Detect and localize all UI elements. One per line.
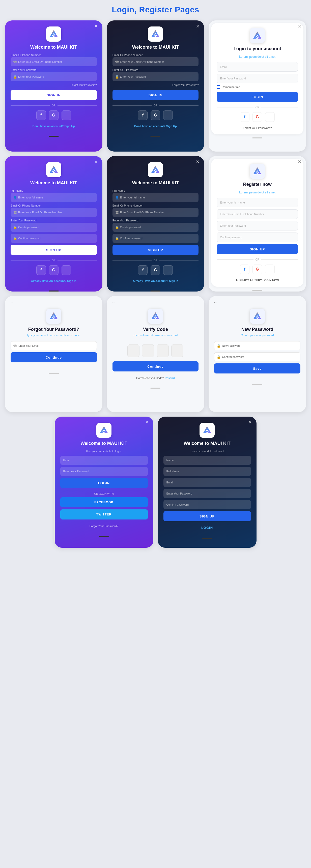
fullname-input[interactable]: Enter your full name (217, 198, 298, 207)
phone-icon: ☎ (13, 211, 17, 214)
lock-icon: 🔒 (13, 75, 17, 79)
sign-up-link[interactable]: Sign Up (64, 125, 75, 128)
sign-up-button[interactable]: SIGN UP (113, 245, 199, 255)
google-icon[interactable]: G (151, 111, 160, 120)
facebook-icon[interactable]: f (240, 112, 249, 122)
apple-icon[interactable] (62, 265, 71, 275)
email-input[interactable]: Enter Your Email Or Phone Number (10, 57, 97, 66)
facebook-icon[interactable]: f (138, 111, 148, 120)
forgot-link[interactable]: Forgot Your Password? (243, 126, 272, 129)
bottom-bar (49, 373, 59, 374)
close-icon[interactable]: ✕ (298, 160, 302, 164)
confirm-input[interactable]: Confirm password (163, 500, 251, 509)
sign-up-button[interactable]: SIGN UP (163, 511, 251, 521)
or-divider: OR (217, 258, 298, 261)
password-label: Enter Your Password (113, 219, 199, 222)
register-white-card: ✕ Register now Lorem ipsum dolot sit ame… (209, 156, 306, 291)
confirm-input[interactable]: Confirm password (113, 234, 199, 243)
password-input[interactable]: Enter Your Password (217, 221, 298, 230)
close-icon[interactable]: ✕ (94, 24, 98, 29)
close-icon[interactable]: ✕ (196, 160, 199, 164)
bottom-bar (99, 536, 109, 537)
app-logo (148, 309, 163, 324)
forgot-password-link[interactable]: Forgot Your Password? (10, 84, 97, 87)
sign-in-link[interactable]: Sign In (169, 279, 178, 282)
login-link-button[interactable]: LOGIN (201, 526, 213, 530)
apple-icon[interactable] (163, 111, 173, 120)
password-input[interactable]: Enter Your Password (113, 72, 199, 81)
bottom-link: Don't have an account? Sign Up (134, 125, 177, 128)
facebook-button[interactable]: FACEBOOK (60, 497, 148, 507)
verify-box-3[interactable] (157, 344, 169, 357)
fullname-input[interactable]: Full Name (163, 467, 251, 476)
password-input[interactable]: Enter Your Password (163, 489, 251, 498)
email-input[interactable]: Enter Your Email Or Phone Number (113, 57, 199, 66)
confirm-password-input[interactable]: Confirm password (214, 352, 301, 361)
password-input[interactable]: Enter Your Password (217, 74, 298, 83)
continue-button[interactable]: Continue (10, 352, 97, 362)
verify-box-2[interactable] (142, 344, 154, 357)
google-icon[interactable]: G (49, 111, 59, 120)
google-icon[interactable]: G (252, 112, 262, 122)
back-arrow-icon[interactable]: ← (213, 300, 218, 305)
google-icon[interactable]: G (252, 265, 262, 274)
close-icon[interactable]: ✕ (145, 420, 149, 425)
password-input[interactable]: Enter Your Password (60, 467, 148, 476)
continue-button[interactable]: Continue (113, 361, 199, 371)
login-button[interactable]: LOGIN (217, 92, 298, 102)
resend-link[interactable]: Resend (165, 376, 175, 379)
facebook-icon[interactable]: f (36, 111, 46, 120)
remember-checkbox[interactable] (217, 85, 220, 89)
google-icon[interactable]: G (49, 265, 59, 275)
forgot-password-link[interactable]: Forgot Your Password? (113, 84, 199, 87)
email-input[interactable]: Enter Your Email (10, 341, 97, 350)
fullname-field-group: Full Name 👤 Enter your full name (10, 189, 97, 202)
google-icon[interactable]: G (151, 265, 160, 275)
sign-in-link[interactable]: Sign In (67, 279, 76, 282)
email-input[interactable]: Enter Your Email Or Phone Number (217, 209, 298, 219)
password-input[interactable]: Enter Your Password (10, 72, 97, 81)
login-button[interactable]: LOGIN (60, 478, 148, 488)
verify-box-1[interactable] (127, 344, 139, 357)
back-arrow-icon[interactable]: ← (9, 300, 14, 305)
apple-icon[interactable] (265, 112, 275, 122)
name-input[interactable]: Name (163, 456, 251, 465)
sign-in-button[interactable]: SIGN IN (113, 90, 199, 100)
confirm-input[interactable]: Confirm password (217, 232, 298, 242)
email-input[interactable]: Enter Your Email Or Phone Number (113, 208, 199, 217)
facebook-icon[interactable]: f (36, 265, 46, 275)
save-button[interactable]: Save (214, 363, 301, 373)
email-input[interactable]: Email (60, 456, 148, 465)
new-password-input[interactable]: New Password (214, 341, 301, 350)
apple-icon[interactable] (265, 265, 275, 274)
app-logo (250, 309, 265, 324)
forgot-password-card: ← Forgot Your Password? Type your email … (5, 296, 102, 412)
back-arrow-icon[interactable]: ← (112, 300, 116, 305)
apple-icon[interactable] (163, 265, 173, 275)
email-label: Email Or Phone Number (10, 204, 97, 207)
close-icon[interactable]: ✕ (248, 420, 252, 425)
twitter-button[interactable]: TWITTER (60, 509, 148, 520)
sign-in-button[interactable]: SIGN IN (10, 90, 97, 100)
apple-icon[interactable] (62, 111, 71, 120)
sign-up-link[interactable]: Sign Up (166, 125, 177, 128)
fullname-input[interactable]: Enter your full name (113, 193, 199, 202)
verify-box-4[interactable] (171, 344, 183, 357)
already-user-link[interactable]: ALREADY A USER? LOGIN NOW (236, 279, 279, 282)
close-icon[interactable]: ✕ (196, 24, 199, 29)
email-input[interactable]: Email (217, 62, 298, 72)
sign-up-button[interactable]: SIGN UP (217, 244, 298, 254)
close-icon[interactable]: ✕ (298, 24, 302, 29)
password-input[interactable]: Create password (10, 223, 97, 232)
facebook-icon[interactable]: f (138, 265, 148, 275)
facebook-icon[interactable]: f (240, 265, 249, 274)
close-icon[interactable]: ✕ (94, 160, 98, 164)
social-icons-row: f G (240, 265, 275, 274)
confirm-input[interactable]: Confirm password (10, 234, 97, 243)
sign-up-button[interactable]: SIGN UP (10, 245, 97, 255)
email-input[interactable]: Email (163, 478, 251, 487)
password-input[interactable]: Create password (113, 223, 199, 232)
forgot-link[interactable]: Forgot Your Password? (90, 525, 118, 528)
fullname-input[interactable]: Enter your full name (10, 193, 97, 202)
email-input[interactable]: Enter Your Email Or Phone Number (10, 208, 97, 217)
